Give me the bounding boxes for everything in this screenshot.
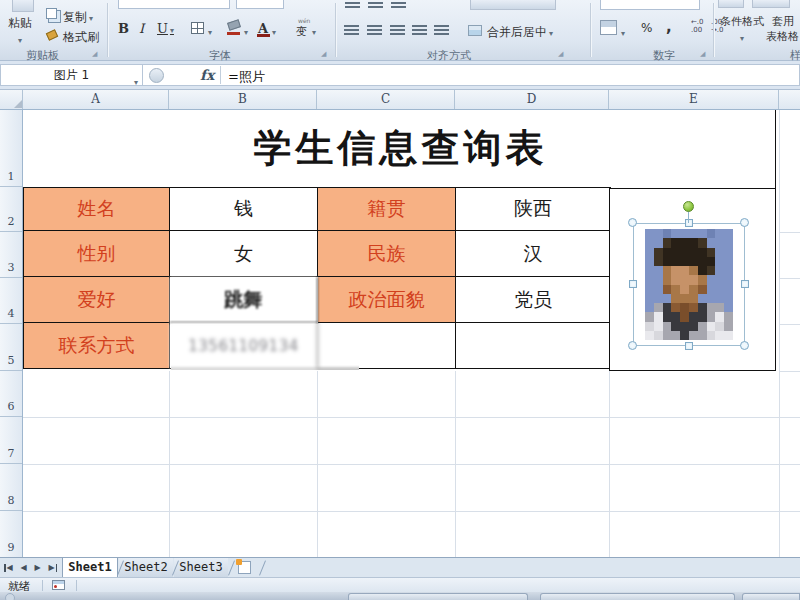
font-size-box[interactable] bbox=[236, 0, 284, 9]
start-orb-icon[interactable] bbox=[5, 593, 15, 600]
phonetic-dropdown[interactable] bbox=[312, 24, 316, 38]
number-format-dropdown[interactable] bbox=[621, 25, 625, 39]
macro-record-icon[interactable] bbox=[52, 580, 65, 590]
font-color-dropdown[interactable] bbox=[272, 24, 276, 38]
phonetic-guide-button[interactable]: 变 bbox=[296, 24, 307, 39]
font-dialog-launcher-icon[interactable] bbox=[321, 50, 329, 58]
wrap-text-button[interactable] bbox=[470, 0, 556, 10]
italic-button[interactable]: I bbox=[139, 21, 144, 36]
comma-style-button[interactable]: , bbox=[666, 18, 672, 36]
photo-selection-rect bbox=[633, 223, 745, 346]
selection-handle-ne[interactable] bbox=[740, 218, 749, 227]
row-header-6[interactable]: 6 bbox=[0, 371, 22, 417]
alignment-dialog-launcher-icon[interactable] bbox=[558, 50, 566, 58]
column-header-c[interactable]: C bbox=[317, 90, 455, 109]
cell-a2-label[interactable]: 姓名 bbox=[24, 188, 170, 231]
rotation-handle[interactable] bbox=[683, 201, 694, 212]
insert-function-button[interactable]: fx bbox=[200, 67, 214, 83]
underline-button[interactable]: U bbox=[157, 21, 174, 36]
clipboard-dialog-launcher-icon[interactable] bbox=[92, 50, 100, 58]
row-header-4[interactable]: 4 bbox=[0, 278, 22, 324]
row-header-3[interactable]: 3 bbox=[0, 232, 22, 278]
row-header-5[interactable]: 5 bbox=[0, 324, 22, 371]
decrease-indent-icon[interactable] bbox=[412, 25, 427, 35]
formula-collapse-button[interactable] bbox=[149, 68, 164, 83]
fill-color-dropdown[interactable] bbox=[244, 24, 248, 38]
selection-handle-sw[interactable] bbox=[628, 341, 637, 350]
row-header-8[interactable]: 8 bbox=[0, 464, 22, 511]
taskbar-window-button[interactable] bbox=[742, 593, 800, 600]
number-format-icon[interactable] bbox=[600, 20, 617, 35]
column-header-e[interactable]: E bbox=[609, 90, 779, 109]
selection-handle-e[interactable] bbox=[741, 280, 749, 288]
format-painter-button[interactable]: 格式刷 bbox=[63, 29, 99, 46]
status-divider bbox=[42, 580, 43, 591]
align-right-icon[interactable] bbox=[390, 25, 405, 35]
next-sheet-button[interactable] bbox=[31, 561, 44, 575]
increase-decimal-button[interactable]: ←.0 .00 bbox=[691, 18, 704, 34]
formula-input[interactable]: =照片 bbox=[228, 68, 265, 86]
column-header-a[interactable]: A bbox=[23, 90, 169, 109]
prev-sheet-button[interactable] bbox=[17, 561, 30, 575]
gridline bbox=[779, 278, 800, 279]
conditional-format-dropdown[interactable] bbox=[740, 30, 744, 44]
first-sheet-button[interactable] bbox=[3, 561, 16, 575]
cell-d3-value[interactable]: 汉 bbox=[456, 231, 610, 277]
increase-indent-icon[interactable] bbox=[434, 25, 449, 35]
row-header-7[interactable]: 7 bbox=[0, 417, 22, 464]
align-middle-icon[interactable] bbox=[368, 2, 383, 8]
cell-c2-label[interactable]: 籍贯 bbox=[318, 188, 456, 231]
number-format-box[interactable] bbox=[600, 0, 700, 10]
selection-handle-n[interactable] bbox=[685, 219, 693, 227]
copy-button[interactable]: 复制 bbox=[63, 9, 93, 26]
row-header-2[interactable]: 2 bbox=[0, 187, 22, 232]
conditional-format-button[interactable]: 条件格式 bbox=[720, 14, 764, 29]
selection-handle-nw[interactable] bbox=[628, 218, 637, 227]
selection-handle-w[interactable] bbox=[629, 280, 637, 288]
percent-style-button[interactable]: % bbox=[641, 21, 652, 35]
cell-d4-value[interactable]: 党员 bbox=[456, 277, 610, 323]
column-header-d[interactable]: D bbox=[455, 90, 609, 109]
number-dialog-launcher-icon[interactable] bbox=[700, 50, 708, 58]
selection-handle-se[interactable] bbox=[740, 341, 749, 350]
font-name-box[interactable] bbox=[118, 0, 230, 9]
select-all-box[interactable] bbox=[0, 90, 23, 109]
fill-color-icon[interactable] bbox=[227, 19, 241, 30]
borders-icon[interactable] bbox=[191, 22, 204, 34]
cell-a3-label[interactable]: 性别 bbox=[24, 231, 170, 277]
last-sheet-button[interactable] bbox=[45, 561, 58, 575]
insert-worksheet-button[interactable] bbox=[238, 561, 251, 574]
tab-sheet1[interactable]: Sheet1 bbox=[62, 558, 118, 577]
paste-button[interactable]: 粘贴 bbox=[8, 15, 32, 32]
tab-sheet2[interactable]: Sheet2 bbox=[119, 558, 173, 577]
conditional-format-icon bbox=[718, 0, 744, 8]
gridline bbox=[779, 371, 800, 372]
cell-b2-value[interactable]: 钱 bbox=[170, 188, 318, 231]
paste-dropdown[interactable] bbox=[18, 32, 22, 46]
merge-center-button[interactable]: 合并后居中 bbox=[487, 24, 553, 41]
taskbar-window-button[interactable] bbox=[540, 593, 735, 600]
align-center-icon[interactable] bbox=[367, 25, 382, 35]
bold-button[interactable]: B bbox=[118, 21, 129, 36]
column-header-f-partial[interactable] bbox=[779, 90, 800, 109]
align-top-icon[interactable] bbox=[345, 2, 360, 8]
row-header-9[interactable]: 9 bbox=[0, 511, 22, 557]
align-left-icon[interactable] bbox=[344, 25, 359, 35]
taskbar-window-button[interactable] bbox=[348, 593, 528, 600]
cell-d2-value[interactable]: 陕西 bbox=[456, 188, 610, 231]
cell-b4-value[interactable]: 跳舞 bbox=[170, 277, 318, 323]
row-header-1[interactable]: 1 bbox=[0, 110, 22, 187]
cell-c4-label[interactable]: 政治面貌 bbox=[318, 277, 456, 323]
tab-sheet3[interactable]: Sheet3 bbox=[174, 558, 228, 577]
selection-handle-s[interactable] bbox=[685, 342, 693, 350]
name-box[interactable]: 图片 1 bbox=[0, 64, 143, 86]
format-as-table-line1[interactable]: 套用 bbox=[772, 14, 794, 29]
column-header-b[interactable]: B bbox=[169, 90, 317, 109]
cell-c3-label[interactable]: 民族 bbox=[318, 231, 456, 277]
cell-d5-value[interactable] bbox=[456, 323, 610, 368]
align-bottom-icon[interactable] bbox=[391, 2, 406, 8]
cell-b3-value[interactable]: 女 bbox=[170, 231, 318, 277]
cell-a5-label[interactable]: 联系方式 bbox=[24, 323, 170, 368]
cell-a4-label[interactable]: 爱好 bbox=[24, 277, 170, 323]
borders-dropdown[interactable] bbox=[208, 24, 212, 38]
